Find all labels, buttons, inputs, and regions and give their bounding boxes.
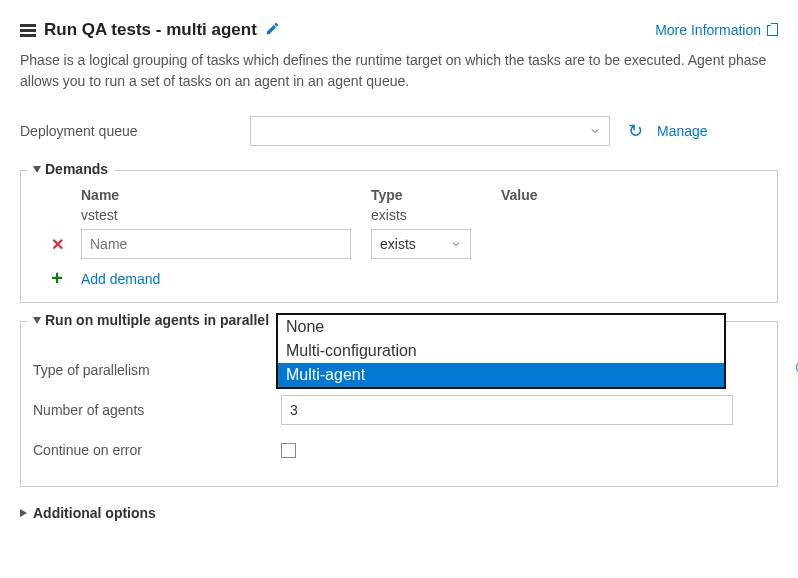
demands-legend: Demands — [45, 161, 108, 177]
add-demand-icon[interactable]: + — [51, 267, 63, 290]
parallelism-type-dropdown[interactable]: None Multi-configuration Multi-agent — [276, 313, 726, 389]
demands-section: Demands Name Type Value vstest exists ✕ … — [20, 170, 778, 303]
page-title: Run QA tests - multi agent — [44, 20, 257, 40]
delete-demand-icon[interactable]: ✕ — [51, 235, 64, 254]
refresh-queue-icon[interactable]: ↻ — [628, 120, 643, 142]
expand-additional-icon[interactable] — [20, 509, 27, 517]
chevron-down-icon — [589, 125, 601, 137]
number-of-agents-label: Number of agents — [33, 402, 281, 418]
demand-static-name: vstest — [81, 207, 371, 223]
edit-title-icon[interactable] — [265, 21, 280, 39]
demands-header-name: Name — [81, 187, 371, 203]
deployment-queue-select[interactable] — [250, 116, 610, 146]
collapse-demands-icon[interactable] — [33, 166, 41, 173]
demand-name-input[interactable] — [81, 229, 351, 259]
phase-icon — [20, 24, 36, 37]
deployment-queue-label: Deployment queue — [20, 123, 250, 139]
parallelism-type-label: Type of parallelism — [33, 362, 281, 378]
demands-header-type: Type — [371, 187, 501, 203]
additional-options-legend: Additional options — [33, 505, 156, 521]
add-demand-link[interactable]: Add demand — [81, 271, 160, 287]
parallel-section: Run on multiple agents in parallel None … — [20, 321, 778, 487]
parallel-legend: Run on multiple agents in parallel — [45, 312, 269, 328]
continue-on-error-checkbox[interactable] — [281, 443, 296, 458]
chevron-down-icon — [450, 238, 462, 250]
demand-static-type: exists — [371, 207, 501, 223]
demand-type-value: exists — [380, 236, 416, 252]
demand-type-select[interactable]: exists — [371, 229, 471, 259]
more-information-link[interactable]: More Information — [655, 22, 778, 38]
parallelism-option-multiconfig[interactable]: Multi-configuration — [278, 339, 724, 363]
parallelism-option-multiagent[interactable]: Multi-agent — [278, 363, 724, 387]
collapse-parallel-icon[interactable] — [33, 317, 41, 324]
phase-description: Phase is a logical grouping of tasks whi… — [20, 50, 778, 92]
continue-on-error-label: Continue on error — [33, 442, 281, 458]
manage-queue-link[interactable]: Manage — [657, 123, 708, 139]
number-of-agents-input[interactable] — [281, 395, 733, 425]
external-link-icon — [767, 25, 778, 36]
demands-header-value: Value — [501, 187, 765, 203]
parallelism-option-none[interactable]: None — [278, 315, 724, 339]
more-information-label: More Information — [655, 22, 761, 38]
